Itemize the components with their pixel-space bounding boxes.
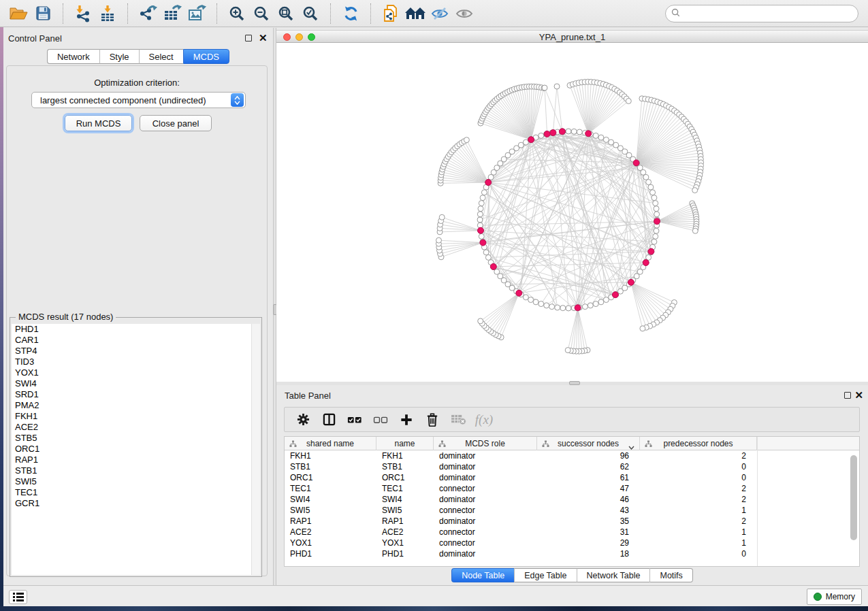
leaf-node[interactable] <box>464 137 469 143</box>
refresh-icon[interactable] <box>338 3 363 24</box>
table-cell[interactable]: 2 <box>640 450 757 461</box>
table-cell[interactable]: dominator <box>434 461 537 472</box>
table-cell[interactable]: SWI5 <box>376 505 434 516</box>
network-node[interactable] <box>654 228 659 233</box>
leaf-node[interactable] <box>439 214 445 220</box>
mcds-result-item[interactable]: SRD1 <box>12 389 260 400</box>
table-cell[interactable]: 1 <box>640 527 757 538</box>
network-canvas[interactable] <box>276 43 868 382</box>
column-header-name[interactable]: name <box>376 437 434 450</box>
search-input[interactable] <box>680 9 858 18</box>
import-network-icon[interactable] <box>71 3 95 24</box>
select-all-icon[interactable] <box>343 410 366 430</box>
close-panel-button[interactable]: Close panel <box>140 115 212 131</box>
table-cell[interactable]: 96 <box>537 450 640 461</box>
table-cell[interactable]: dominator <box>434 548 537 559</box>
column-header-successor-nodes[interactable]: successor nodes <box>537 437 640 450</box>
columns-icon[interactable] <box>317 410 340 430</box>
network-node[interactable] <box>650 190 656 195</box>
mcds-node[interactable] <box>648 248 654 254</box>
table-cell[interactable]: STB1 <box>285 461 376 472</box>
network-node[interactable] <box>588 303 593 308</box>
tab-motifs[interactable]: Motifs <box>649 568 692 582</box>
mcds-node[interactable] <box>585 131 592 137</box>
mcds-node[interactable] <box>633 160 639 166</box>
home-icon[interactable] <box>403 3 428 24</box>
network-node[interactable] <box>646 180 652 185</box>
mcds-result-item[interactable]: STB5 <box>12 433 260 444</box>
float-panel-icon[interactable] <box>245 35 252 42</box>
mcds-result-item[interactable]: TEC1 <box>12 487 260 498</box>
mcds-result-item[interactable]: TID3 <box>12 357 260 367</box>
save-session-icon[interactable] <box>31 3 55 24</box>
table-cell[interactable]: 0 <box>640 548 757 559</box>
column-header-shared-name[interactable]: shared name <box>285 437 376 450</box>
leaf-node[interactable] <box>692 188 698 193</box>
network-node[interactable] <box>593 133 598 138</box>
mcds-node[interactable] <box>575 305 581 311</box>
table-cell[interactable]: 0 <box>640 472 757 483</box>
table-cell[interactable]: YOX1 <box>376 538 434 548</box>
table-cell[interactable]: ACE2 <box>285 527 376 538</box>
network-node[interactable] <box>653 201 658 206</box>
settings-icon[interactable] <box>291 410 315 430</box>
table-cell[interactable]: ORC1 <box>285 472 376 483</box>
network-node[interactable] <box>477 217 483 222</box>
network-node[interactable] <box>544 303 549 308</box>
table-cell[interactable]: connector <box>434 527 537 538</box>
show-visibility-icon[interactable] <box>452 3 477 24</box>
mcds-result-item[interactable]: RAP1 <box>12 455 260 465</box>
mcds-result-item[interactable]: SWI5 <box>12 476 260 487</box>
mcds-result-item[interactable]: GCR1 <box>12 498 260 509</box>
table-cell[interactable]: 2 <box>640 494 757 505</box>
network-node[interactable] <box>479 233 484 239</box>
table-cell[interactable]: RAP1 <box>376 516 434 527</box>
mcds-node[interactable] <box>528 137 534 143</box>
table-cell[interactable]: SWI4 <box>285 494 376 505</box>
memory-button[interactable]: Memory <box>807 589 862 605</box>
export-image-icon[interactable] <box>184 3 209 24</box>
tab-mcds[interactable]: MCDS <box>183 49 229 64</box>
table-cell[interactable]: 61 <box>537 472 640 483</box>
leaf-node[interactable] <box>640 326 645 331</box>
open-file-icon[interactable] <box>6 3 31 24</box>
network-node[interactable] <box>654 206 659 212</box>
tab-select[interactable]: Select <box>139 49 183 64</box>
table-cell[interactable]: 18 <box>537 548 640 559</box>
mcds-result-item[interactable]: SWI4 <box>12 378 260 389</box>
table-cell[interactable]: TEC1 <box>376 483 434 494</box>
network-node[interactable] <box>566 306 571 311</box>
float-panel-icon[interactable] <box>844 392 851 399</box>
network-node[interactable] <box>477 212 483 217</box>
add-row-icon[interactable] <box>395 410 418 430</box>
import-table-icon[interactable] <box>95 3 120 24</box>
deselect-all-icon[interactable] <box>369 410 392 430</box>
leaf-node[interactable] <box>554 84 560 89</box>
close-panel-icon[interactable]: ✕ <box>854 391 863 399</box>
mcds-node[interactable] <box>480 240 486 246</box>
network-node[interactable] <box>652 195 657 201</box>
network-node[interactable] <box>478 206 483 212</box>
task-history-button[interactable] <box>9 590 27 604</box>
network-node[interactable] <box>483 250 489 255</box>
run-mcds-button[interactable]: Run MCDS <box>65 115 132 131</box>
table-cell[interactable]: PHD1 <box>376 548 434 559</box>
mcds-result-item[interactable]: ORC1 <box>12 444 260 455</box>
table-cell[interactable]: ACE2 <box>376 527 434 538</box>
table-cell[interactable]: dominator <box>434 450 537 461</box>
network-node[interactable] <box>555 305 560 310</box>
leaf-node[interactable] <box>436 237 442 243</box>
network-node[interactable] <box>577 129 582 135</box>
network-node[interactable] <box>582 304 588 310</box>
close-panel-icon[interactable]: ✕ <box>259 34 268 42</box>
network-node[interactable] <box>539 301 544 307</box>
table-cell[interactable]: 2 <box>640 483 757 494</box>
mcds-node[interactable] <box>559 129 565 135</box>
mcds-node[interactable] <box>550 130 556 136</box>
network-node[interactable] <box>539 133 544 138</box>
table-cell[interactable]: 1 <box>640 505 757 516</box>
mcds-result-list[interactable]: PHD1CAR1STP4TID3YOX1SWI4SRD1PMA2FKH1ACE2… <box>12 324 260 575</box>
mcds-node[interactable] <box>612 292 618 298</box>
mcds-node[interactable] <box>478 227 484 233</box>
table-cell[interactable]: connector <box>434 505 537 516</box>
